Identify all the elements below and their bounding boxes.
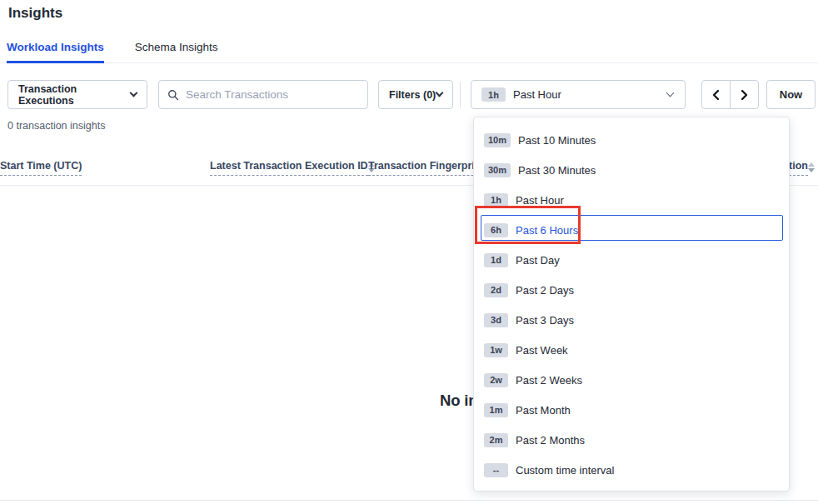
time-option-label: Past Hour [516, 194, 564, 207]
time-option[interactable]: 2m Past 2 Months [474, 425, 789, 455]
time-option[interactable]: 1m Past Month [474, 395, 789, 425]
column-header-label[interactable]: Latest Transaction Execution ID [210, 160, 368, 176]
chevron-down-icon [666, 89, 675, 97]
time-interval-badge: -- [484, 463, 508, 477]
search-box [158, 80, 368, 109]
time-range-dropdown: 10m Past 10 Minutes 30m Past 30 Minutes … [473, 117, 790, 492]
time-nav-group [701, 80, 760, 109]
time-option-label: Past 2 Days [516, 284, 574, 297]
time-option-label: Past 30 Minutes [518, 164, 596, 177]
search-input[interactable] [186, 88, 359, 101]
page-title: Insights [8, 5, 62, 22]
insight-type-select[interactable]: Transaction Executions [7, 80, 147, 109]
time-option-label: Past 2 Weeks [516, 374, 582, 387]
chevron-right-icon [740, 89, 749, 101]
now-button[interactable]: Now [766, 80, 816, 109]
tab-label: Workload Insights [7, 41, 104, 53]
time-option-label: Past Week [516, 344, 568, 357]
insight-type-label: Transaction Executions [18, 83, 131, 107]
time-option[interactable]: 1w Past Week [474, 335, 789, 365]
time-option-label: Past 10 Minutes [518, 134, 596, 147]
tab[interactable]: Schema Insights [135, 37, 218, 63]
time-interval-badge: 10m [484, 133, 511, 147]
time-range-label: Past Hour [513, 88, 667, 101]
chevron-left-icon [711, 89, 721, 101]
time-interval-badge: 2w [484, 373, 508, 387]
time-interval-badge: 1d [484, 253, 508, 267]
column-header-label[interactable]: Start Time (UTC) [0, 160, 82, 176]
chevron-down-icon [436, 89, 444, 97]
time-option-label: Past Day [516, 254, 560, 267]
time-interval-badge: 1m [484, 403, 508, 417]
time-option[interactable]: 1h Past Hour [474, 185, 789, 215]
page-bottom-divider [0, 500, 818, 501]
time-interval-badge: 2d [484, 283, 508, 297]
toolbar-divider [460, 82, 461, 107]
time-option[interactable]: -- Custom time interval [474, 455, 789, 485]
time-range-button[interactable]: 1h Past Hour [471, 80, 686, 109]
column-header[interactable]: Start Time (UTC) [0, 160, 82, 176]
tab[interactable]: Workload Insights [7, 37, 104, 63]
time-interval-badge: 30m [484, 163, 511, 177]
search-icon [167, 89, 179, 101]
next-time-button[interactable] [730, 80, 759, 109]
time-option-label: Past 2 Months [516, 434, 585, 447]
time-option[interactable]: 2w Past 2 Weeks [474, 365, 789, 395]
time-interval-badge: 1h [484, 193, 508, 207]
time-interval-badge: 3d [484, 313, 508, 327]
time-option-label: Past 3 Days [516, 314, 574, 327]
time-option[interactable]: 30m Past 30 Minutes [474, 155, 789, 185]
insights-count: 0 transaction insights [7, 120, 105, 132]
time-interval-badge: 2m [484, 433, 508, 447]
previous-time-button[interactable] [701, 80, 731, 109]
time-interval-badge: 1h [481, 87, 506, 102]
time-option-label: Past Month [516, 404, 571, 417]
tab-bar: Workload Insights Schema Insights [0, 37, 818, 63]
tab-label: Schema Insights [135, 41, 218, 53]
time-interval-badge: 6h [484, 223, 508, 237]
now-label: Now [780, 88, 802, 101]
time-option[interactable]: 3d Past 3 Days [474, 305, 789, 335]
column-header[interactable]: Latest Transaction Execution ID [210, 160, 350, 176]
filters-label: Filters (0) [389, 89, 436, 101]
time-option[interactable]: 1d Past Day [474, 245, 789, 275]
time-interval-badge: 1w [484, 343, 508, 357]
time-option[interactable]: 2d Past 2 Days [474, 275, 789, 305]
time-option-label: Past 6 Hours [516, 224, 578, 237]
insights-page: Insights Workload Insights Schema Insigh… [0, 0, 818, 504]
time-option[interactable]: 6h Past 6 Hours [474, 215, 789, 245]
filters-button[interactable]: Filters (0) [378, 80, 453, 109]
sort-icon[interactable] [808, 162, 815, 172]
time-option[interactable]: 10m Past 10 Minutes [474, 125, 789, 155]
time-option-label: Custom time interval [516, 464, 614, 477]
